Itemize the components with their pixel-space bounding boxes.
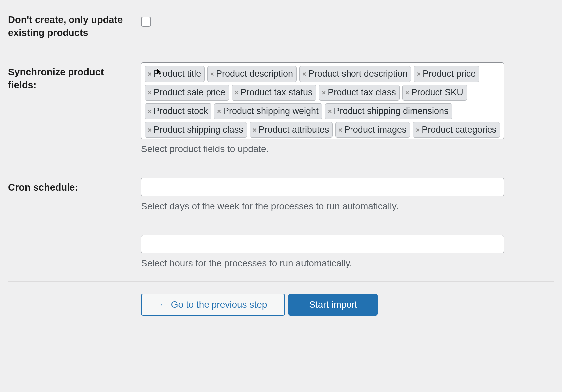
cron-days-select[interactable] xyxy=(141,178,504,196)
field-tag-label: Product sale price xyxy=(154,86,225,99)
field-tag-label: Product price xyxy=(423,68,476,80)
close-icon[interactable]: × xyxy=(210,71,214,77)
close-icon[interactable]: × xyxy=(148,89,152,96)
field-tag[interactable]: ×Product stock xyxy=(145,103,211,119)
start-import-button[interactable]: Start import xyxy=(288,294,378,316)
field-tag[interactable]: ×Product SKU xyxy=(402,85,467,101)
close-icon[interactable]: × xyxy=(253,127,257,133)
field-tag-label: Product SKU xyxy=(411,86,463,99)
close-icon[interactable]: × xyxy=(148,127,152,133)
field-tag-label: Product description xyxy=(216,68,293,80)
field-tag[interactable]: ×Product shipping weight xyxy=(214,103,322,119)
previous-step-button[interactable]: ← Go to the previous step xyxy=(141,294,285,316)
field-tag[interactable]: ×Product images xyxy=(335,122,410,138)
close-icon[interactable]: × xyxy=(235,89,239,96)
close-icon[interactable]: × xyxy=(417,71,421,77)
cron-hours-help: Select hours for the processes to run au… xyxy=(141,258,504,269)
field-col: ×Product title×Product description×Produ… xyxy=(141,62,554,154)
field-col: Select days of the week for the processe… xyxy=(141,178,554,269)
import-settings-form: Don't create, only update existing produ… xyxy=(0,7,562,279)
row-cron-days: Cron schedule: Select days of the week f… xyxy=(0,164,562,279)
cron-days-help: Select days of the week for the processe… xyxy=(141,201,504,212)
field-tag[interactable]: ×Product shipping class xyxy=(145,122,247,138)
field-tag[interactable]: ×Product sale price xyxy=(145,85,229,101)
close-icon[interactable]: × xyxy=(322,89,326,96)
close-icon[interactable]: × xyxy=(217,108,221,115)
close-icon[interactable]: × xyxy=(338,127,342,133)
close-icon[interactable]: × xyxy=(405,89,409,96)
field-tag[interactable]: ×Product title xyxy=(145,66,205,82)
form-actions: ← Go to the previous step Start import xyxy=(0,282,562,316)
field-tag-label: Product attributes xyxy=(259,124,329,136)
sync-fields-multiselect[interactable]: ×Product title×Product description×Produ… xyxy=(141,62,504,139)
field-tag[interactable]: ×Product description xyxy=(207,66,297,82)
field-tag-label: Product images xyxy=(344,124,407,136)
field-tag[interactable]: ×Product tax class xyxy=(319,85,400,101)
field-tag[interactable]: ×Product tax status xyxy=(232,85,316,101)
field-tag-label: Product shipping dimensions xyxy=(334,105,448,118)
field-tag-label: Product title xyxy=(154,68,201,80)
field-tag[interactable]: ×Product short description xyxy=(299,66,411,82)
field-tag-label: Product shipping class xyxy=(154,124,243,136)
sync-fields-help: Select product fields to update. xyxy=(141,144,504,154)
close-icon[interactable]: × xyxy=(148,108,152,115)
close-icon[interactable]: × xyxy=(328,108,332,115)
field-tag[interactable]: ×Product shipping dimensions xyxy=(325,103,452,119)
field-col xyxy=(141,10,554,28)
field-tag[interactable]: ×Product price xyxy=(414,66,479,82)
label-col: Cron schedule: xyxy=(8,178,141,194)
field-tag[interactable]: ×Product categories xyxy=(413,122,500,138)
label-col: Synchronize product fields: xyxy=(8,62,141,92)
row-sync-fields: Synchronize product fields: ×Product tit… xyxy=(0,49,562,164)
field-tag-label: Product stock xyxy=(154,105,208,118)
label-col: Don't create, only update existing produ… xyxy=(8,10,141,39)
close-icon[interactable]: × xyxy=(302,71,306,77)
field-tag-label: Product tax status xyxy=(240,86,312,99)
update-only-label: Don't create, only update existing produ… xyxy=(8,14,123,38)
field-tag[interactable]: ×Product attributes xyxy=(250,122,333,138)
cron-hours-select[interactable] xyxy=(141,235,504,253)
field-tag-label: Product tax class xyxy=(328,86,396,99)
cron-schedule-label: Cron schedule: xyxy=(8,182,78,193)
field-tag-label: Product shipping weight xyxy=(223,105,319,118)
row-update-only: Don't create, only update existing produ… xyxy=(0,7,562,49)
close-icon[interactable]: × xyxy=(148,71,152,77)
field-tag-label: Product categories xyxy=(422,124,496,136)
update-only-checkbox[interactable] xyxy=(141,17,151,27)
close-icon[interactable]: × xyxy=(416,127,420,133)
field-tag-label: Product short description xyxy=(308,68,408,80)
sync-fields-label: Synchronize product fields: xyxy=(8,67,104,90)
